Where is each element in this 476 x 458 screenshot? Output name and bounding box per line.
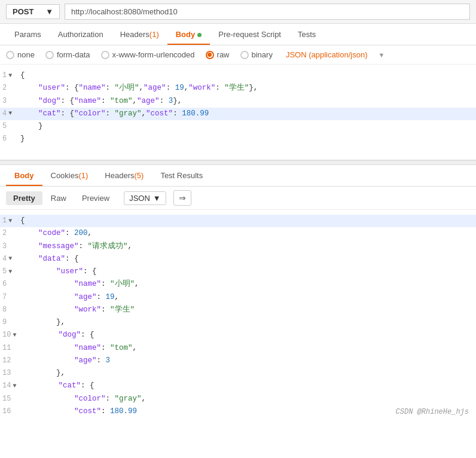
code-line: 6}: [0, 133, 476, 145]
format-select[interactable]: JSON ▼: [124, 191, 166, 205]
code-content: "age": 3: [20, 355, 474, 367]
code-line: 8 "work": "学生": [0, 304, 476, 316]
line-number: 15: [2, 393, 20, 405]
line-number: 1▼: [2, 215, 20, 227]
code-line: 10▼ "dog": {: [0, 329, 476, 341]
code-line: 1▼{: [0, 215, 476, 227]
code-content: }: [20, 133, 474, 145]
body-option-binary[interactable]: binary: [240, 50, 273, 59]
request-code-area[interactable]: 1▼{2 "user": {"name": "小明","age": 19,"wo…: [0, 65, 476, 160]
body-option-none[interactable]: none: [6, 50, 35, 59]
code-line: 14▼ "cat": {: [0, 380, 476, 392]
code-line: 1▼{: [0, 69, 476, 82]
code-content: "name": "小明",: [20, 278, 474, 291]
radio-label-none: none: [17, 50, 35, 59]
method-select[interactable]: POST ▼: [6, 4, 60, 19]
line-number: 13: [2, 367, 20, 379]
code-content: "cat": {"color": "gray","cost": 180.99: [20, 108, 474, 120]
request-tab-headers[interactable]: Headers(1): [112, 24, 167, 45]
response-tab-cookies[interactable]: Cookies(1): [42, 165, 97, 186]
line-number: 5▼: [2, 265, 20, 277]
response-toolbar: Pretty Raw Preview JSON ▼ ⇒: [0, 187, 476, 210]
request-tab-pre-request[interactable]: Pre-request Script: [210, 24, 289, 45]
request-tabs-row: ParamsAuthorizationHeaders(1)BodyPre-req…: [0, 24, 476, 45]
response-tabs-row: BodyCookies(1)Headers(5)Test Results: [0, 165, 476, 187]
request-tab-body[interactable]: Body: [167, 24, 210, 45]
watermark: CSDN @RhineHe_hjs: [396, 406, 469, 418]
line-number: 16: [2, 405, 20, 417]
code-line: 7 "age": 19,: [0, 291, 476, 304]
code-content: },: [20, 316, 474, 329]
response-tab-headers[interactable]: Headers(5): [96, 165, 152, 186]
line-number: 2: [2, 227, 20, 239]
code-line: 2 "user": {"name": "小明","age": 19,"work"…: [0, 82, 476, 94]
line-number: 5: [2, 120, 20, 132]
body-option-raw[interactable]: raw: [206, 50, 230, 59]
code-line: 13 },: [0, 367, 476, 380]
response-tab-body[interactable]: Body: [6, 165, 42, 186]
radio-circle-binary: [240, 51, 249, 59]
code-content: "dog": {"name": "tom","age": 3},: [20, 95, 474, 108]
line-number: 4▼: [2, 108, 20, 120]
request-tab-params[interactable]: Params: [6, 24, 50, 45]
line-number: 3: [2, 240, 20, 252]
wrap-button[interactable]: ⇒: [173, 190, 191, 206]
code-content: "age": 19,: [20, 291, 474, 304]
body-options-container: noneform-datax-www-form-urlencodedrawbin…: [6, 50, 273, 59]
format-label: JSON: [129, 194, 150, 203]
code-content: }: [20, 120, 474, 133]
code-content: {: [20, 69, 474, 82]
code-content: "cat": {: [22, 380, 474, 392]
resp-tab-badge-cookies: (1): [78, 171, 88, 180]
code-line: 3 "dog": {"name": "tom","age": 3},: [0, 95, 476, 108]
format-dropdown-arrow: ▼: [153, 194, 161, 203]
code-line: 11 "name": "tom",: [0, 342, 476, 355]
code-content: "work": "学生": [20, 304, 474, 316]
line-number: 4▼: [2, 253, 20, 265]
method-dropdown-arrow: ▼: [45, 7, 53, 16]
radio-circle-form-data: [45, 51, 54, 59]
code-content: "dog": {: [22, 329, 474, 341]
body-option-x-www-form-urlencoded[interactable]: x-www-form-urlencoded: [101, 50, 195, 59]
code-line: 2 "code": 200,: [0, 227, 476, 240]
code-content: "code": 200,: [20, 227, 474, 240]
section-divider: [0, 160, 476, 165]
json-type-label[interactable]: JSON (application/json): [286, 50, 368, 59]
preview-button[interactable]: Preview: [75, 191, 117, 205]
code-content: "name": "tom",: [20, 342, 474, 355]
radio-label-binary: binary: [252, 50, 273, 59]
line-number: 7: [2, 291, 20, 303]
json-type-dropdown-arrow[interactable]: ▼: [378, 51, 385, 59]
code-content: "user": {: [20, 265, 474, 278]
radio-label-x-www-form-urlencoded: x-www-form-urlencoded: [112, 50, 195, 59]
pretty-button[interactable]: Pretty: [6, 191, 42, 205]
body-option-form-data[interactable]: form-data: [45, 50, 90, 59]
raw-button[interactable]: Raw: [44, 191, 74, 205]
tab-dot-body: [197, 33, 202, 37]
response-tabs-container: BodyCookies(1)Headers(5)Test Results: [6, 165, 211, 186]
code-content: "color": "gray",: [20, 393, 474, 405]
code-content: {: [20, 215, 474, 227]
radio-label-raw: raw: [217, 50, 230, 59]
body-options-row: noneform-datax-www-form-urlencodedrawbin…: [0, 45, 476, 65]
response-code-area[interactable]: 1▼{2 "code": 200,3 "message": "请求成功",4▼ …: [0, 210, 476, 423]
line-number: 6: [2, 133, 20, 145]
line-number: 1▼: [2, 69, 20, 81]
url-input[interactable]: [65, 4, 470, 20]
response-tab-test-results[interactable]: Test Results: [152, 165, 211, 186]
code-content: "data": {: [20, 253, 474, 265]
line-number: 6: [2, 278, 20, 290]
line-number: 12: [2, 355, 20, 367]
code-line: 6 "name": "小明",: [0, 278, 476, 291]
line-number: 8: [2, 304, 20, 316]
code-content: "message": "请求成功",: [20, 240, 474, 253]
code-line: 12 "age": 3: [0, 355, 476, 367]
request-tab-tests[interactable]: Tests: [289, 24, 324, 45]
radio-circle-x-www-form-urlencoded: [101, 51, 109, 59]
code-line: 9 },: [0, 316, 476, 329]
resp-tab-badge-headers: (5): [135, 171, 144, 180]
code-line: 4▼ "data": {: [0, 253, 476, 265]
radio-circle-none: [6, 51, 14, 59]
code-line: 5 }: [0, 120, 476, 133]
request-tab-authorization[interactable]: Authorization: [50, 24, 112, 45]
